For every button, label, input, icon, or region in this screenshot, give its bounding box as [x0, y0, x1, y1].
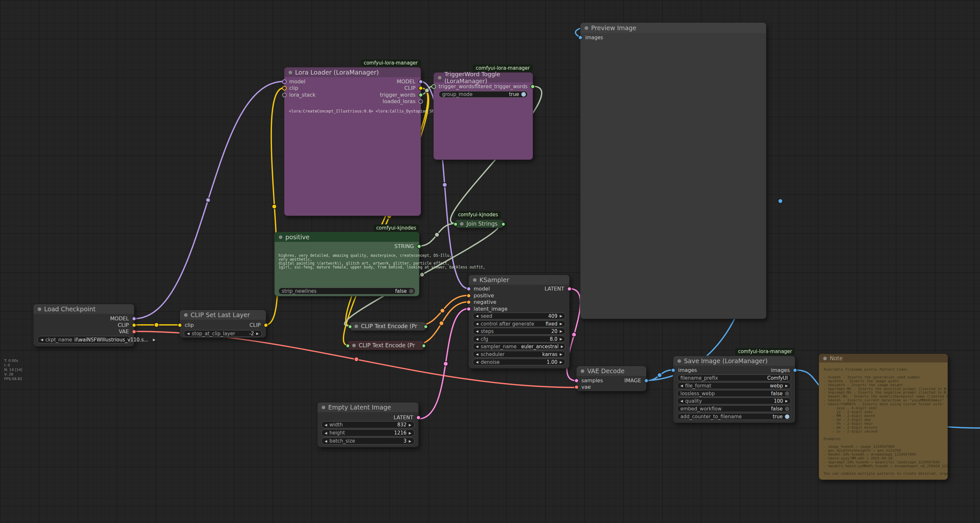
node-load-checkpoint[interactable]: Load Checkpoint MODEL CLIP VAE ◀ ckpt_na… — [33, 304, 134, 347]
node-note[interactable]: Note Available filename_prefix Pattern C… — [819, 354, 948, 480]
model-output-port[interactable] — [418, 79, 423, 84]
string-output-port[interactable] — [417, 244, 422, 249]
next-arrow-icon[interactable]: ▶ — [560, 351, 562, 357]
next-arrow-icon[interactable]: ▶ — [560, 336, 562, 342]
widget-cfg[interactable]: ◀ cfg 8.0 ▶ — [473, 336, 565, 342]
note-text[interactable]: Available filename_prefix Pattern Codes … — [824, 368, 948, 478]
widget-ckpt-name[interactable]: ◀ ckpt_name il\waiNSFWIllustrious_v110.s… — [37, 336, 130, 343]
widget-sampler-name[interactable]: ◀ sampler_name euler_ancestral ▶ — [473, 343, 565, 350]
widget-group-mode[interactable]: group_mode true — [439, 91, 528, 98]
negative-input-port[interactable] — [466, 300, 471, 304]
widget-scheduler[interactable]: ◀ scheduler karras ▶ — [473, 351, 565, 358]
node-join-strings[interactable]: comfyui-kjnodes Join Strings — [455, 220, 504, 228]
prev-arrow-icon[interactable]: ◀ — [680, 398, 683, 404]
toggle-on-indicator[interactable] — [521, 92, 526, 97]
trigger-words-output-port[interactable] — [418, 93, 423, 97]
prev-arrow-icon[interactable]: ◀ — [680, 383, 683, 389]
clip-output-port[interactable] — [418, 86, 423, 90]
model-input-port[interactable] — [466, 287, 471, 291]
positive-input-port[interactable] — [466, 293, 471, 298]
loaded-loras-output-port[interactable] — [418, 99, 423, 104]
lora-stack-input-port[interactable] — [282, 93, 286, 97]
next-arrow-icon[interactable]: ▶ — [409, 422, 411, 428]
clip-input-port[interactable] — [178, 323, 182, 328]
node-header[interactable]: KSampler — [469, 275, 570, 285]
clip-output-port[interactable] — [132, 323, 136, 328]
latent-output-port[interactable] — [567, 287, 572, 291]
prev-arrow-icon[interactable]: ◀ — [41, 336, 43, 343]
filtered-trigger-words-output-port[interactable] — [530, 84, 535, 89]
prev-arrow-icon[interactable]: ◀ — [325, 422, 327, 428]
node-triggerword-toggle[interactable]: comfyui-lora-manager TriggerWord Toggle … — [433, 72, 533, 160]
node-vae-decode[interactable]: VAE Decode samples vae IMAGE — [576, 366, 647, 391]
images-output-port[interactable] — [793, 368, 797, 372]
next-arrow-icon[interactable]: ▶ — [785, 383, 788, 389]
vae-input-port[interactable] — [574, 385, 579, 390]
node-empty-latent-image[interactable]: Empty Latent Image LATENT ◀ width 832 ▶ … — [317, 402, 419, 447]
node-header[interactable]: CLIP Set Last Layer — [180, 310, 266, 320]
widget-denoise[interactable]: ◀ denoise 1.00 ▶ — [473, 358, 565, 365]
widget-add-counter-to-filename[interactable]: add_counter_to_filename true — [677, 413, 791, 420]
next-arrow-icon[interactable]: ▶ — [560, 313, 562, 319]
prev-arrow-icon[interactable]: ◀ — [325, 430, 327, 436]
next-arrow-icon[interactable]: ▶ — [409, 438, 411, 444]
prev-arrow-icon[interactable]: ◀ — [476, 328, 479, 334]
next-arrow-icon[interactable]: ▶ — [409, 430, 411, 436]
widget-control-after-generate[interactable]: ◀ control after generate fixed ▶ — [473, 320, 565, 327]
next-arrow-icon[interactable]: ▶ — [153, 336, 156, 343]
node-clip-text-encode-positive[interactable]: CLIP Text Encode (Pr — [350, 322, 426, 331]
prev-arrow-icon[interactable]: ◀ — [476, 359, 479, 365]
collapsed-input-port[interactable] — [453, 222, 458, 226]
node-header[interactable]: TriggerWord Toggle (LoraManager) — [434, 73, 533, 82]
widget-embed-workflow[interactable]: embed_workflow false — [677, 405, 791, 412]
widget-lossless-webp[interactable]: lossless_webp false — [677, 390, 791, 397]
node-positive-prompt[interactable]: comfyui-kjnodes positive STRING highres,… — [274, 232, 419, 296]
toggle-off-indicator[interactable] — [409, 289, 414, 293]
widget-steps[interactable]: ◀ steps 20 ▶ — [473, 328, 565, 334]
clip-input-port[interactable] — [282, 86, 286, 90]
prev-arrow-icon[interactable]: ◀ — [476, 313, 479, 319]
node-save-image[interactable]: comfyui-lora-manager Save Image (LoraMan… — [673, 356, 795, 423]
node-header[interactable]: VAE Decode — [576, 366, 646, 376]
prompt-text[interactable]: highres, very detailed, amazing quality,… — [278, 254, 485, 269]
samples-input-port[interactable] — [574, 379, 579, 383]
node-preview-image[interactable]: Preview Image images — [580, 22, 767, 319]
clip-output-port[interactable] — [264, 323, 268, 328]
next-arrow-icon[interactable]: ▶ — [560, 359, 562, 365]
next-arrow-icon[interactable]: ▶ — [256, 330, 259, 336]
widget-stop-at-clip-layer[interactable]: ◀ stop_at_clip_layer -2 ▶ — [184, 330, 262, 337]
collapsed-input-port[interactable] — [346, 344, 350, 348]
node-ksampler[interactable]: KSampler model positive negative latent_… — [468, 275, 570, 369]
collapsed-input-port[interactable] — [348, 325, 352, 329]
image-output-port[interactable] — [644, 379, 649, 383]
node-header[interactable]: Empty Latent Image — [317, 403, 418, 412]
collapsed-output-port[interactable] — [422, 344, 426, 348]
toggle-on-indicator[interactable] — [785, 414, 789, 419]
node-header[interactable]: Save Image (LoraManager) — [673, 356, 795, 366]
collapsed-output-port[interactable] — [424, 325, 428, 329]
prev-arrow-icon[interactable]: ◀ — [187, 330, 189, 336]
comfyui-graph-canvas[interactable]: { "colors": { "model": "#b79ce8", "clip"… — [0, 0, 980, 523]
node-header[interactable]: Preview Image — [581, 23, 766, 33]
images-input-port[interactable] — [671, 368, 676, 372]
latent-output-port[interactable] — [416, 415, 421, 420]
widget-filename-prefix[interactable]: filename_prefix ComfyUI — [677, 374, 791, 381]
latent-image-input-port[interactable] — [466, 307, 471, 311]
collapsed-output-port[interactable] — [501, 222, 506, 226]
next-arrow-icon[interactable]: ▶ — [560, 328, 562, 334]
node-header[interactable]: Load Checkpoint — [33, 304, 134, 314]
widget-seed[interactable]: ◀ seed 409 ▶ — [473, 312, 565, 319]
prev-arrow-icon[interactable]: ◀ — [325, 438, 327, 444]
widget-strip-newlines[interactable]: strip_newlines false — [278, 288, 415, 295]
widget-width[interactable]: ◀ width 832 ▶ — [321, 421, 415, 428]
prev-arrow-icon[interactable]: ◀ — [476, 343, 479, 350]
toggle-off-indicator[interactable] — [785, 407, 789, 411]
toggle-off-indicator[interactable] — [785, 391, 789, 396]
widget-batch-size[interactable]: ◀ batch_size 3 ▶ — [321, 437, 415, 445]
node-lora-loader[interactable]: comfyui-lora-manager Lora Loader (LoraMa… — [284, 67, 421, 216]
node-header[interactable]: positive — [275, 232, 419, 242]
node-header[interactable]: Lora Loader (LoraManager) — [284, 67, 421, 77]
model-input-port[interactable] — [282, 79, 286, 84]
model-output-port[interactable] — [132, 317, 136, 321]
images-input-port[interactable] — [578, 35, 583, 40]
